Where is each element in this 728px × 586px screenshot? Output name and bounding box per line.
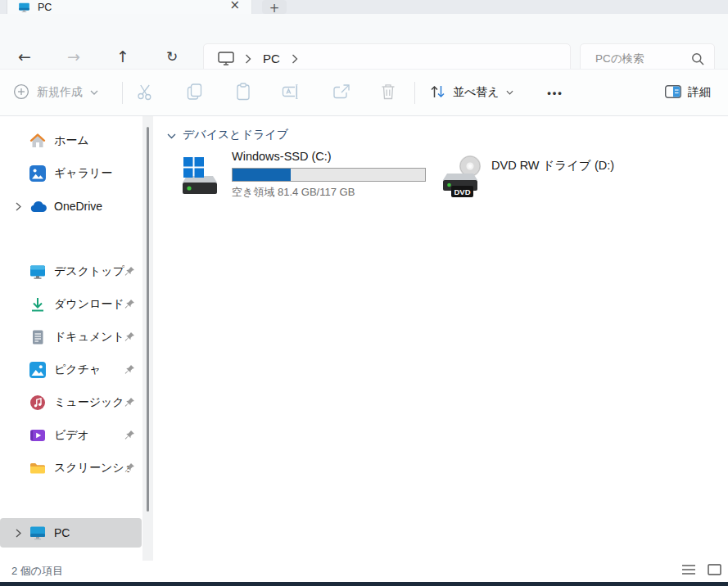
view-list-button[interactable] [681,564,696,579]
clipboard-icon [235,83,251,104]
drive-tile-d[interactable]: DVD DVD RW ドライブ (D:) [437,147,652,203]
chevron-right-icon[interactable] [245,54,251,64]
scrollbar-thumb[interactable] [147,127,149,512]
sidebar-item-gallery[interactable]: ギャラリー [0,157,142,190]
sidebar-item-label: PC [54,526,70,539]
sidebar-item-label: ドキュメント [54,330,124,345]
pin-icon [124,397,135,408]
trash-icon [380,83,396,104]
sidebar-item-desktop[interactable]: デスクトップ [0,255,142,288]
new-button-label: 新規作成 [37,85,83,100]
music-icon [29,394,47,411]
details-pane-button[interactable]: 詳細 [665,70,711,115]
navigation-bar: ← → ↑ ↻ PC [0,14,728,69]
chevron-right-icon[interactable] [292,54,298,64]
sort-button-label: 並べ替え [453,85,500,100]
more-options-button[interactable]: ••• [537,70,573,115]
chevron-expand-icon[interactable] [7,202,29,211]
desktop-icon [29,264,47,280]
sidebar-item-label: ピクチャ [54,363,101,377]
sidebar-item-pc[interactable]: PC [0,518,142,548]
documents-icon [29,329,47,345]
toolbar-divider [414,82,415,104]
breadcrumb-item-pc[interactable]: PC [263,52,280,65]
sidebar-item-onedrive[interactable]: OneDrive [0,190,142,223]
cut-button[interactable] [132,80,158,106]
up-button[interactable]: ↑ [108,42,138,71]
pin-icon [124,331,135,342]
navigation-pane: ホーム ギャラリー OneDrive [0,116,142,561]
sidebar-item-music[interactable]: ミュージック [0,386,142,419]
rename-button[interactable] [278,80,304,106]
pin-icon [124,430,135,440]
drive-tile-c[interactable]: Windows-SSD (C:) 空き領域 81.4 GB/117 GB [172,147,436,203]
paste-button[interactable] [230,80,256,106]
pin-icon [124,364,135,375]
details-pane-label: 詳細 [688,85,711,100]
copy-icon [186,83,203,104]
home-icon [29,133,47,149]
sidebar-item-videos[interactable]: ビデオ [0,419,142,452]
chevron-down-icon [90,90,98,95]
sidebar-section-gap [0,223,142,255]
sidebar-item-downloads[interactable]: ダウンロード [0,288,142,321]
pc-icon [218,52,234,65]
dvd-drive-icon: DVD [439,152,486,198]
chevron-expand-icon[interactable] [7,529,29,538]
content-area: ホーム ギャラリー OneDrive [0,116,728,561]
sidebar-item-label: ミュージック [54,395,124,410]
share-button[interactable] [328,80,355,106]
window-bottom-edge [0,582,728,586]
scissors-icon [136,83,154,104]
search-input[interactable] [595,52,686,65]
chevron-down-icon[interactable] [167,128,176,142]
back-button[interactable]: ← [10,42,39,71]
folder-view: デバイスとドライブ Windows-SSD (C:) 空き領域 81.4 GB/… [153,116,728,561]
group-header-devices-and-drives[interactable]: デバイスとドライブ [167,128,288,142]
sidebar-item-screenshots[interactable]: スクリーンショッ [0,452,142,485]
tab-pc[interactable]: PC × [7,0,252,14]
videos-icon [29,427,47,444]
pc-icon [29,525,47,541]
circle-plus-icon [13,83,29,102]
pc-icon [18,2,30,13]
sidebar-item-label: ダウンロード [54,297,124,312]
dvd-badge: DVD [454,187,470,196]
command-toolbar: 新規作成 [0,69,728,116]
sort-arrows-icon [429,83,446,102]
windows-drive-icon [177,153,223,199]
new-tab-button[interactable]: + [262,0,287,14]
pin-icon [124,462,135,473]
view-large-icons-button[interactable] [708,564,721,579]
forward-button[interactable]: → [59,42,88,71]
sort-button[interactable]: 並べ替え [429,70,513,115]
downloads-icon [29,296,47,313]
folder-icon [29,460,47,476]
tab-close-button[interactable]: × [229,0,240,12]
refresh-button[interactable]: ↻ [157,42,187,71]
tab-label: PC [38,2,52,13]
delete-button[interactable] [375,80,401,106]
group-header-label: デバイスとドライブ [183,128,288,142]
details-pane-icon [665,85,681,101]
items-count: 2 個の項目 [11,564,63,579]
rename-icon [282,83,301,103]
sidebar-item-documents[interactable]: ドキュメント [0,321,142,354]
status-bar: 2 個の項目 [0,561,728,582]
sidebar-scrollbar[interactable] [142,116,153,561]
sidebar-item-pictures[interactable]: ピクチャ [0,354,142,386]
copy-button[interactable] [181,80,207,106]
onedrive-icon [29,201,47,213]
drive-name: Windows-SSD (C:) [232,150,332,163]
sidebar-item-label: デスクトップ [54,264,124,279]
sidebar-item-label: OneDrive [54,200,102,213]
gallery-icon [29,165,47,182]
drive-free-space: 空き領域 81.4 GB/117 GB [232,185,355,200]
sidebar-item-label: ギャラリー [54,166,112,181]
sidebar-item-home[interactable]: ホーム [0,124,142,157]
pictures-icon [29,362,47,378]
tab-bar: PC × + [0,0,728,14]
sidebar-item-label: ビデオ [54,428,89,443]
search-icon [691,52,704,65]
new-button[interactable]: 新規作成 [13,70,98,115]
